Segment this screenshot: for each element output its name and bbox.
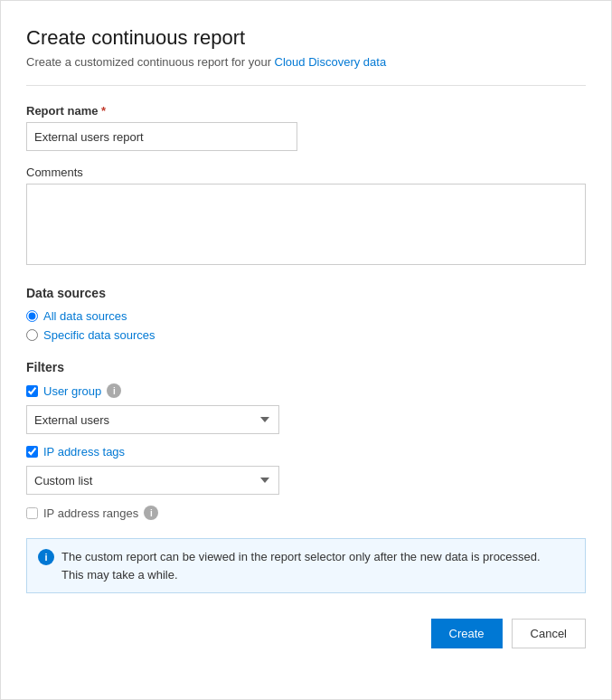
filters-title: Filters xyxy=(26,360,586,374)
user-group-filter-row: User group i xyxy=(26,383,586,398)
report-name-label: Report name * xyxy=(26,104,586,118)
ip-ranges-filter-row: IP address ranges i xyxy=(26,506,586,520)
subtitle-link[interactable]: Cloud Discovery data xyxy=(275,55,387,69)
radio-specific-data-sources[interactable]: Specific data sources xyxy=(26,328,586,342)
comments-input[interactable] xyxy=(26,184,586,265)
report-name-field: Report name * xyxy=(26,104,586,151)
user-group-info-icon: i xyxy=(107,383,121,398)
dialog-title: Create continuous report xyxy=(26,26,586,50)
report-name-input[interactable] xyxy=(26,122,297,151)
comments-field: Comments xyxy=(26,166,586,268)
data-sources-radio-group: All data sources Specific data sources xyxy=(26,309,586,342)
radio-specific-label: Specific data sources xyxy=(43,328,155,342)
user-group-checkbox[interactable] xyxy=(26,385,38,397)
radio-all-label: All data sources xyxy=(43,309,127,323)
user-group-dropdown[interactable]: External users Internal users All users xyxy=(26,405,279,434)
info-line2: This may take a while. xyxy=(61,568,178,582)
ip-tags-filter-row: IP address tags xyxy=(26,445,586,459)
ip-tags-dropdown-wrapper: Custom list Corporate Cloud Risky xyxy=(26,466,586,495)
radio-specific-input[interactable] xyxy=(26,329,38,341)
header-divider xyxy=(26,85,586,86)
radio-all-input[interactable] xyxy=(26,310,38,322)
info-box-icon: i xyxy=(38,549,54,565)
ip-ranges-info-icon: i xyxy=(144,506,158,520)
info-line1: The custom report can be viewed in the r… xyxy=(61,550,541,563)
info-box-text: The custom report can be viewed in the r… xyxy=(61,548,541,583)
ip-tags-label: IP address tags xyxy=(43,445,125,459)
subtitle-text: Create a customized continuous report fo… xyxy=(26,55,275,69)
info-box: i The custom report can be viewed in the… xyxy=(26,538,586,593)
user-group-dropdown-wrapper: External users Internal users All users xyxy=(26,405,586,434)
comments-label: Comments xyxy=(26,166,586,179)
user-group-label: User group xyxy=(43,384,101,398)
dialog-subtitle: Create a customized continuous report fo… xyxy=(26,55,586,69)
cancel-button[interactable]: Cancel xyxy=(512,619,586,648)
data-sources-title: Data sources xyxy=(26,286,586,300)
create-button[interactable]: Create xyxy=(431,619,503,648)
button-row: Create Cancel xyxy=(26,615,586,648)
ip-ranges-checkbox[interactable] xyxy=(26,507,38,519)
create-continuous-report-dialog: Create continuous report Create a custom… xyxy=(0,0,612,700)
ip-ranges-label: IP address ranges xyxy=(43,506,138,520)
ip-tags-dropdown[interactable]: Custom list Corporate Cloud Risky xyxy=(26,466,279,495)
radio-all-data-sources[interactable]: All data sources xyxy=(26,309,586,323)
filters-section: Filters User group i External users Inte… xyxy=(26,360,586,520)
ip-tags-checkbox[interactable] xyxy=(26,446,38,458)
